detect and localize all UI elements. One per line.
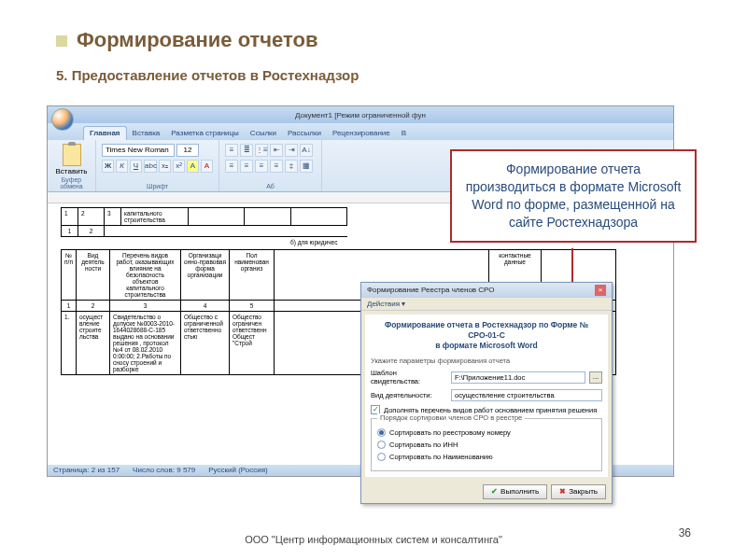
hdr[interactable]: Вид деятель ности (77, 250, 110, 301)
sort-button[interactable]: A↓ (300, 144, 313, 157)
hdr[interactable]: Организаци онно-правовая форма организац… (181, 250, 230, 301)
indent-inc-button[interactable]: ⇥ (285, 144, 298, 157)
cell[interactable]: 4 (181, 301, 230, 312)
export-dialog: Формирование Реестра членов СРО × Действ… (360, 282, 613, 504)
dialog-menu[interactable]: Действия ▾ (361, 298, 612, 311)
cell[interactable]: Общество ограничен ответственн Общест "С… (230, 312, 275, 375)
tab-references[interactable]: Ссылки (245, 127, 282, 140)
template-input[interactable]: F:\Приложение11.doc (451, 371, 585, 384)
dialog-title: Формирование Реестра членов СРО (367, 283, 494, 298)
tab-review[interactable]: Рецензирование (327, 127, 396, 140)
group-font: Шрифт (102, 183, 213, 190)
paste-label: Вставить (56, 167, 88, 175)
x-icon: ✖ (559, 485, 566, 498)
dialog-heading: Формирование отчета в Ростехнадзор по Фо… (371, 320, 602, 351)
close-button[interactable]: × (595, 285, 606, 296)
check-icon: ✔ (491, 485, 498, 498)
radio-name[interactable] (377, 453, 386, 461)
cell[interactable]: 1 (62, 208, 78, 226)
align-just-button[interactable]: ≡ (270, 160, 283, 173)
radio-inn-label: Сортировать по ИНН (389, 441, 458, 449)
hdr[interactable]: № п/п (62, 250, 77, 301)
spacing-button[interactable]: ‡ (285, 160, 298, 173)
bullets-button[interactable]: ≡ (225, 144, 238, 157)
doc-title: Документ1 [Режим ограниченной фун (295, 111, 426, 119)
slide-footer: ООО "Центр информационных систем и конса… (0, 534, 747, 545)
radio-regnum-label: Сортировать по реестровому номеру (389, 428, 511, 437)
cell[interactable]: капитального строительства (121, 208, 189, 226)
sort-group-title: Порядок сортировки членов СРО в реестре (377, 413, 525, 422)
dialog-subhead: Укажите параметры формирования отчета (371, 357, 602, 365)
numbering-button[interactable]: ≣ (240, 144, 253, 157)
cell[interactable]: 5 (230, 301, 275, 312)
paste-icon (63, 144, 81, 166)
font-size-select[interactable]: 12 (176, 144, 199, 157)
activity-label: Вид деятельности: (371, 391, 447, 399)
sub-button[interactable]: x₂ (159, 160, 171, 173)
cell[interactable]: 3 (110, 301, 181, 312)
page-number: 36 (679, 526, 691, 539)
slide-title: Формирование отчетов (77, 28, 318, 51)
tab-home[interactable]: Главная (83, 126, 127, 140)
font-name-select[interactable]: Times New Roman (102, 144, 175, 157)
cell[interactable]: Свидетельство о допуске №0003-2010-16440… (110, 312, 181, 375)
callout-box: Формирование отчета производиться в форм… (450, 149, 697, 243)
tab-layout[interactable]: Разметка страницы (165, 127, 245, 140)
cell[interactable]: 3 (105, 208, 121, 226)
status-page[interactable]: Страница: 2 из 157 (53, 465, 120, 476)
hdr[interactable]: Пол наименован организ (230, 250, 275, 301)
align-center-button[interactable]: ≡ (240, 160, 253, 173)
shading-button[interactable]: ▦ (300, 160, 313, 173)
highlight-button[interactable]: A (187, 160, 199, 173)
doc-table-1: 1 2 3 капитального строительства 12 (61, 207, 347, 237)
cell[interactable]: 2 (77, 301, 110, 312)
activity-select[interactable]: осуществление строительства (451, 389, 602, 401)
align-left-button[interactable]: ≡ (225, 160, 238, 173)
office-button[interactable] (51, 108, 74, 131)
strike-button[interactable]: abc (144, 160, 157, 173)
cell[interactable]: осущест вление строите льства (77, 312, 110, 375)
ribbon-tabs: Главная Вставка Разметка страницы Ссылки… (48, 123, 673, 140)
title-bullet (56, 35, 67, 47)
align-right-button[interactable]: ≡ (255, 160, 268, 173)
tab-insert[interactable]: Вставка (127, 127, 166, 140)
hdr[interactable]: Перечень видов работ, оказывающих влияни… (110, 250, 181, 301)
radio-name-label: Сортировать по Наименованию (389, 453, 493, 461)
bold-button[interactable]: Ж (102, 160, 114, 173)
group-clipboard: Буфер обмена (53, 176, 90, 190)
radio-regnum[interactable] (377, 428, 386, 437)
execute-button[interactable]: ✔Выполнить (483, 484, 547, 499)
sup-button[interactable]: x² (173, 160, 185, 173)
cell[interactable]: 1. (62, 312, 77, 375)
status-words[interactable]: Число слов: 9 579 (133, 465, 195, 476)
close-dialog-button[interactable]: ✖Закрыть (551, 484, 606, 499)
tab-view[interactable]: В (396, 127, 412, 140)
word-titlebar: Документ1 [Режим ограниченной фун (48, 106, 673, 123)
cell[interactable] (245, 208, 291, 226)
cell[interactable] (291, 208, 347, 226)
cell[interactable]: 1 (62, 301, 77, 312)
tab-mailings[interactable]: Рассылки (282, 127, 327, 140)
italic-button[interactable]: К (116, 160, 128, 173)
paste-button[interactable]: Вставить (53, 144, 90, 175)
multilevel-button[interactable]: ⋮≡ (255, 144, 268, 157)
template-label: Шаблон свидетельства: (371, 369, 447, 385)
slide-subtitle: 5. Предоставление отчетов в Ростехнадзор (56, 67, 700, 83)
radio-inn[interactable] (377, 441, 386, 449)
indent-dec-button[interactable]: ⇤ (270, 144, 283, 157)
cell[interactable]: 2 (78, 208, 105, 226)
browse-button[interactable]: ... (589, 371, 602, 384)
group-para: Аб (225, 183, 316, 190)
color-button[interactable]: A (201, 160, 213, 173)
cell[interactable] (189, 208, 245, 226)
cell[interactable]: Общество с ограниченной ответственно сть… (181, 312, 230, 375)
dialog-titlebar[interactable]: Формирование Реестра членов СРО × (361, 283, 612, 298)
status-lang[interactable]: Русский (Россия) (208, 465, 267, 476)
underline-button[interactable]: Ч (130, 160, 142, 173)
